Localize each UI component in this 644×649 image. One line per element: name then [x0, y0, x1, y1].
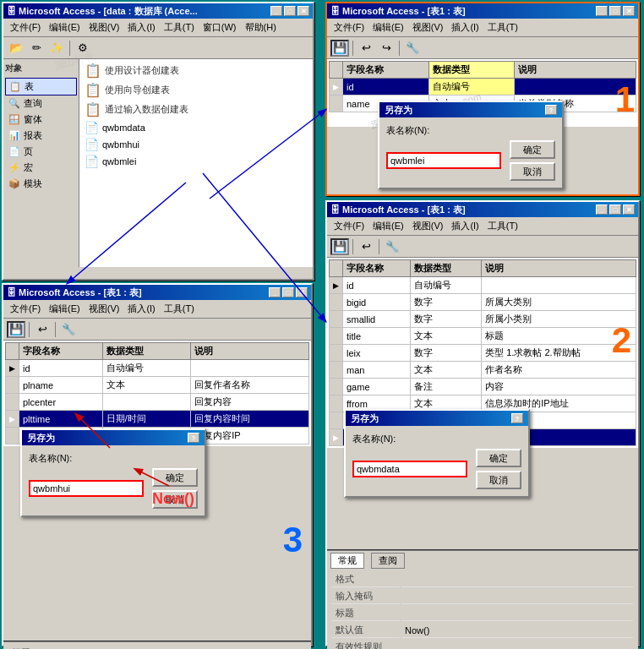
t2-minimize[interactable]: _ [596, 205, 608, 215]
t3-row-plname[interactable]: plname 文本 回复作者名称 [6, 377, 309, 394]
menu-insert[interactable]: 插入(I) [124, 20, 158, 35]
t2-row-bigid[interactable]: bigid 数字 所属大类别 [330, 294, 636, 311]
t1-menu-insert[interactable]: 插入(I) [448, 20, 482, 35]
saveas-dialog-table3[interactable]: 另存为 ? 表名称(N): 确定 取消 [20, 428, 206, 517]
t1-redo[interactable]: ↪ [377, 40, 396, 57]
saveas-t1-cancel[interactable]: 取消 [510, 162, 555, 181]
saveas-t3-input[interactable] [29, 480, 144, 497]
nav-page[interactable]: 📄 页 [5, 144, 77, 160]
t3-row-id[interactable]: ▶ id 自动编号 [6, 360, 309, 377]
field-row-id[interactable]: ▶ id 自动编号 [330, 79, 636, 95]
table2-controls[interactable]: _ □ ✕ [596, 205, 635, 215]
t3-menu-file[interactable]: 文件(F) [7, 302, 44, 316]
t2-menu-tools[interactable]: 工具(T) [484, 219, 521, 233]
t2-save[interactable]: 💾 [330, 238, 349, 255]
table2-right-window[interactable]: 🗄 Microsoft Access - [表1 : 表] _ □ ✕ 文件(F… [325, 200, 640, 646]
saveas-t2-ok[interactable]: 确定 [476, 449, 521, 467]
table2-menubar[interactable]: 文件(F) 编辑(E) 视图(V) 插入(I) 工具(T) [327, 217, 638, 236]
t2-row-man[interactable]: man 文本 作者名称 [330, 362, 636, 379]
saveas-t1-close[interactable]: ? [545, 105, 557, 115]
table1-menubar[interactable]: 文件(F) 编辑(E) 视图(V) 插入(I) 工具(T) [327, 19, 638, 37]
design-btn-tb[interactable]: ✏ [27, 40, 46, 57]
t3-menu-tools[interactable]: 工具(T) [161, 302, 198, 316]
saveas-t2-cancel[interactable]: 取消 [476, 471, 521, 489]
nav-form[interactable]: 🪟 窗体 [5, 112, 77, 128]
saveas-t1-ok[interactable]: 确定 [510, 140, 555, 159]
t3-menu-edit[interactable]: 编辑(E) [46, 302, 84, 316]
t2-close[interactable]: ✕ [623, 205, 635, 215]
main-db-menubar[interactable]: 文件(F) 编辑(E) 视图(V) 插入(I) 工具(T) 窗口(W) 帮助(H… [3, 19, 313, 37]
t3-minimize[interactable]: _ [269, 287, 281, 297]
t3-row-plttime[interactable]: ▶ plttime 日期/时间 回复内容时间 [6, 411, 309, 428]
t2-undo[interactable]: ↩ [357, 238, 375, 255]
t1-maximize[interactable]: □ [609, 6, 621, 16]
menu-help[interactable]: 帮助(H) [242, 20, 280, 35]
t1-undo[interactable]: ↩ [357, 40, 375, 57]
saveas-dialog-table2[interactable]: 另存为 ? 表名称(N): 确定 取消 [344, 409, 530, 498]
t2-row-id[interactable]: ▶ id 自动编号 [330, 277, 636, 294]
table2-props-tabs[interactable]: 常规 查阅 [330, 553, 635, 569]
t3-menu-insert[interactable]: 插入(I) [124, 302, 158, 316]
t2-misc[interactable]: 🔧 [383, 238, 401, 255]
nav-table[interactable]: 📋 表 [5, 78, 77, 95]
t2-restore[interactable]: □ [609, 205, 621, 215]
t1-save-btn[interactable]: 💾 [330, 40, 349, 57]
t1-menu-view[interactable]: 视图(V) [409, 20, 447, 35]
nav-report[interactable]: 📊 报表 [5, 128, 77, 144]
t1-menu-tools[interactable]: 工具(T) [484, 20, 521, 35]
t2-menu-file[interactable]: 文件(F) [330, 219, 368, 233]
t1-menu-edit[interactable]: 编辑(E) [369, 20, 407, 35]
table-qwbmlei[interactable]: 📄 qwbmlei [81, 153, 311, 170]
t3-restore[interactable]: □ [282, 287, 294, 297]
saveas-t2-input[interactable] [352, 461, 467, 477]
nav-query[interactable]: 🔍 查询 [5, 95, 77, 112]
saveas-t1-input[interactable] [386, 152, 501, 169]
t2-menu-insert[interactable]: 插入(I) [448, 219, 482, 233]
t3-misc[interactable]: 🔧 [59, 321, 78, 338]
main-db-window[interactable]: 🗄 Microsoft Access - [data : 数据库 (Acce..… [2, 2, 314, 281]
t3-menu-view[interactable]: 视图(V) [85, 302, 123, 316]
close-btn[interactable]: ✕ [297, 6, 309, 16]
menu-file[interactable]: 文件(F) [7, 20, 44, 35]
t2-row-title[interactable]: title 文本 标题 [330, 328, 636, 345]
window-controls[interactable]: _ □ ✕ [270, 6, 309, 16]
nav-macro[interactable]: ⚡ 宏 [5, 160, 77, 176]
saveas-t3-ok[interactable]: 确定 [152, 468, 198, 487]
table3-controls[interactable]: _ □ ✕ [269, 287, 308, 297]
saveas-t3-help[interactable]: ? [188, 433, 199, 443]
t1-misc[interactable]: 🔧 [403, 40, 422, 57]
new-btn-tb[interactable]: ✨ [47, 40, 66, 57]
tab-general[interactable]: 常规 [330, 553, 364, 569]
t3-close[interactable]: ✕ [296, 287, 308, 297]
maximize-btn[interactable]: □ [284, 6, 296, 16]
table1-top-window[interactable]: 🗄 Microsoft Access - [表1 : 表] _ □ ✕ 文件(F… [325, 2, 640, 196]
saveas-t2-help[interactable]: ? [511, 413, 523, 423]
menu-edit[interactable]: 编辑(E) [46, 20, 84, 35]
menu-tools[interactable]: 工具(T) [161, 20, 198, 35]
t3-undo[interactable]: ↩ [33, 321, 52, 338]
saveas-dialog-table1[interactable]: 另存为 ? 表名称(N): 确定 取消 [378, 101, 564, 189]
extra-btn[interactable]: ⚙ [74, 40, 92, 57]
table3-bottom-window[interactable]: 🗄 Microsoft Access - [表1 : 表] _ □ ✕ 文件(F… [2, 283, 313, 646]
table3-menubar[interactable]: 文件(F) 编辑(E) 视图(V) 插入(I) 工具(T) [3, 300, 311, 319]
create-input[interactable]: 📋 通过输入数据创建表 [81, 100, 311, 119]
t3-save[interactable]: 💾 [7, 321, 25, 338]
t1-minimize[interactable]: _ [596, 6, 608, 16]
t1-menu-file[interactable]: 文件(F) [330, 20, 368, 35]
minimize-btn[interactable]: _ [270, 6, 282, 16]
table1-controls[interactable]: _ □ ✕ [596, 6, 635, 16]
open-btn[interactable]: 📂 [7, 40, 25, 57]
nav-module[interactable]: 📦 模块 [5, 176, 77, 192]
t2-menu-edit[interactable]: 编辑(E) [369, 219, 407, 233]
t1-close[interactable]: ✕ [623, 6, 635, 16]
saveas-t3-cancel[interactable]: 取消 [152, 490, 198, 509]
t2-row-game[interactable]: game 备注 内容 [330, 379, 636, 395]
table-qwbmhui[interactable]: 📄 qwbmhui [81, 136, 311, 153]
create-wizard[interactable]: 📋 使用向导创建表 [81, 80, 311, 100]
t2-row-smallid[interactable]: smallid 数字 所属小类别 [330, 311, 636, 328]
t2-menu-view[interactable]: 视图(V) [409, 219, 447, 233]
t2-row-leix[interactable]: leix 数字 类型 1.求教帖 2.帮助帖 [330, 345, 636, 362]
tab-lookup[interactable]: 查阅 [371, 553, 405, 569]
t3-row-plcenter[interactable]: plcenter 回复内容 [6, 394, 309, 411]
menu-view[interactable]: 视图(V) [85, 20, 123, 35]
